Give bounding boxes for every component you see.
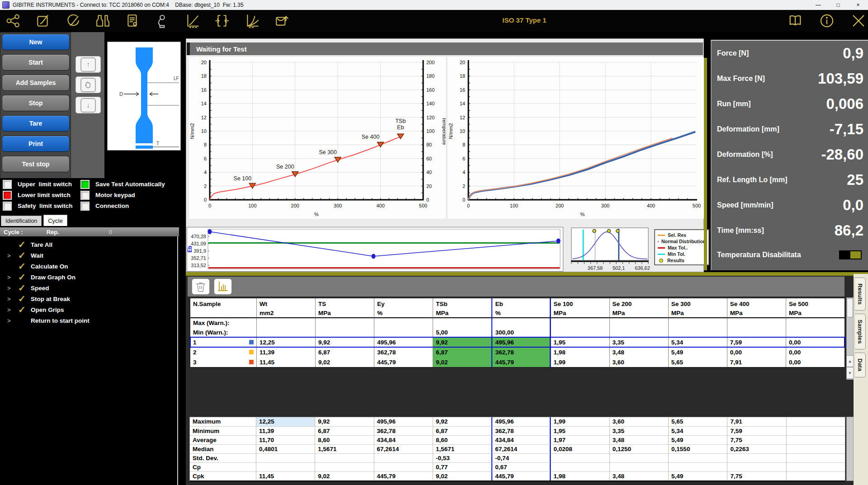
indicator-save-test-automatically[interactable]	[80, 180, 90, 189]
indicator-upper-limit-switch[interactable]	[3, 180, 12, 189]
close-app-icon[interactable]	[849, 11, 868, 30]
expander-icon[interactable]: >	[7, 306, 14, 313]
curves-view-icon[interactable]	[242, 11, 261, 30]
side-tab-data[interactable]: Data	[854, 353, 866, 377]
button-test-stop[interactable]: Test stop	[2, 156, 70, 172]
maximize-button[interactable]: □	[828, 0, 848, 10]
scroll-down-button[interactable]: ▼	[846, 367, 854, 379]
cycle-step-calculate-on[interactable]: ✓Calculate On	[0, 261, 177, 272]
svg-text:Se 100: Se 100	[234, 175, 252, 182]
temperature-toggle[interactable]	[839, 250, 862, 259]
specimen-type-icon[interactable]	[93, 11, 112, 30]
sample-color-swatch	[249, 340, 254, 344]
indicator-connection[interactable]	[80, 202, 90, 211]
button-start[interactable]: Start	[2, 54, 70, 71]
minimize-button[interactable]: —	[808, 0, 828, 10]
expander-icon[interactable]: >	[7, 252, 14, 259]
info-icon[interactable]	[817, 11, 836, 30]
expander-icon[interactable]: >	[7, 274, 14, 281]
data-merge-icon[interactable]	[212, 11, 231, 30]
limit-switch-area: Upper limit switchLower limit switchSafe…	[0, 178, 186, 213]
cycle-step-open-grips[interactable]: >✓Open Grips	[0, 304, 177, 315]
tab-identification[interactable]: Identification	[1, 216, 42, 226]
cycle-step-stop-at-break[interactable]: >✓Stop at Break	[0, 293, 177, 304]
stress-strain-chart-selected: 0246810121416182001002003004005000204060…	[189, 57, 446, 219]
indicator-safety-limit-switch[interactable]	[3, 202, 12, 211]
expander-icon[interactable]: >	[7, 317, 14, 324]
jog-stop-button[interactable]	[75, 76, 101, 93]
graph-edit-icon[interactable]	[183, 11, 201, 30]
active-test-title: ISO 37 Type 1	[470, 16, 579, 24]
button-tare[interactable]: Tare	[2, 115, 70, 132]
button-stop[interactable]: Stop	[2, 95, 70, 111]
side-tab-samples[interactable]: Samples	[854, 314, 866, 349]
column-header-se-300: Se 300MPa	[668, 298, 727, 318]
horizontal-splitter[interactable]	[186, 272, 868, 276]
value-speed-mm-min: 0,0	[843, 197, 863, 214]
svg-text:502,1: 502,1	[613, 265, 625, 271]
cycle-step-draw-graph-on[interactable]: >✓Draw Graph On	[0, 272, 177, 283]
vertical-splitter[interactable]	[704, 58, 707, 270]
indicator-motor-keypad[interactable]	[80, 191, 90, 200]
measure-speed-mm-min: Speed [mm/min]0,0	[712, 193, 868, 218]
svg-text:352,71: 352,71	[191, 255, 206, 261]
results-table: N.Sample Wtmm2TSMPaEy%TSbMPaEb%Se 100MPa…	[189, 297, 845, 368]
cycle-step-tare-all[interactable]: ✓Tare All	[0, 239, 177, 250]
share-icon[interactable]	[4, 11, 22, 30]
expander-icon[interactable]: >	[7, 285, 14, 292]
chart-view-button[interactable]	[214, 278, 232, 295]
jog-up-button[interactable]: ↑	[75, 56, 101, 73]
side-tab-results[interactable]: Results	[854, 278, 866, 311]
cycle-step-wait[interactable]: >✓Wait	[0, 250, 177, 261]
export-test-icon[interactable]	[272, 11, 291, 30]
edit-test-icon[interactable]	[63, 11, 82, 30]
button-new[interactable]: New	[2, 34, 70, 50]
manual-book-icon[interactable]	[786, 11, 804, 30]
svg-text:0: 0	[208, 203, 211, 208]
svg-text:400: 400	[647, 203, 655, 208]
button-print[interactable]: Print	[2, 136, 70, 152]
machine-setup-icon[interactable]	[153, 11, 171, 30]
app-window: GIBITRE INSTRUMENTS - Connect to: TCC 20…	[0, 0, 868, 485]
switches-left: Upper limit switchLower limit switchSafe…	[3, 180, 73, 210]
svg-text:N/mm2: N/mm2	[189, 123, 195, 139]
value-ref-length-lo-mm: 25	[847, 171, 863, 188]
svg-text:Eb: Eb	[187, 245, 193, 252]
legend-line-icon	[658, 235, 665, 236]
sample-row-1[interactable]: 112,259,92495,969,92495,961,953,355,347,…	[190, 337, 844, 347]
table-scrollbar-thumb[interactable]	[847, 298, 853, 317]
cycle-rep-count: 0	[109, 229, 112, 235]
column-header-wt: Wtmm2	[256, 298, 315, 318]
button-add-samples[interactable]: Add Samples	[2, 75, 70, 91]
tab-cycle[interactable]: Cycle	[43, 215, 67, 226]
expander-icon[interactable]: >	[7, 296, 14, 302]
stats-row-cpk: Cpk11,459,02445,799,02445,791,983,485,49…	[190, 471, 845, 480]
sample-row-3[interactable]: 311,459,02445,799,02445,791,993,605,657,…	[190, 357, 844, 367]
column-header-se-100: Se 100MPa	[551, 298, 609, 318]
svg-text:LF: LF	[174, 76, 179, 81]
switches-right: Save Test AutomaticallyMotor keypadConne…	[80, 180, 165, 210]
svg-text:200: 200	[426, 60, 434, 65]
svg-text:6: 6	[462, 156, 465, 161]
delete-sample-button[interactable]	[192, 278, 210, 295]
indicator-lower-limit-switch[interactable]	[3, 191, 12, 200]
svg-text:Se 300: Se 300	[319, 149, 337, 155]
temperature-row: Temperatura Disabilitata	[712, 243, 868, 267]
measure-ref-length-lo-mm: Ref. Length Lo [mm]25	[712, 167, 868, 193]
down-arrow-icon: ↓	[80, 98, 96, 113]
sample-row-2[interactable]: 211,396,87362,786,87362,781,983,485,490,…	[190, 347, 844, 357]
jog-down-button[interactable]: ↓	[75, 97, 101, 113]
svg-text:0: 0	[204, 197, 207, 202]
header-grip	[187, 42, 190, 55]
close-button[interactable]: ×	[848, 0, 868, 10]
stats-scrollbar[interactable]	[846, 417, 854, 481]
results-toolstrip	[188, 277, 844, 297]
cycle-step-return-to-start-point[interactable]: >Return to start point	[0, 315, 177, 326]
cycle-step-speed[interactable]: >✓Speed	[0, 283, 177, 293]
check-icon: ✓	[18, 239, 31, 250]
test-report-icon[interactable]	[123, 11, 142, 30]
new-test-icon[interactable]	[33, 11, 52, 30]
scroll-up-button[interactable]: ▲	[846, 355, 854, 367]
value-time-mm-ss: 86,2	[835, 222, 863, 239]
stats-row-cp: Cp0,770,67	[190, 462, 845, 471]
